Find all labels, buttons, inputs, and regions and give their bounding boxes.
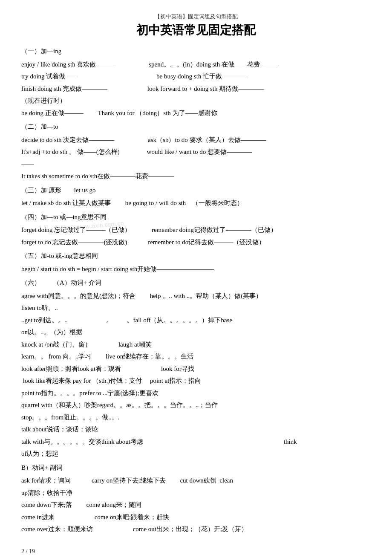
line: come in进来 come on来吧;跟着来；赶快 bbox=[21, 511, 371, 523]
page-subtitle: 【初中英语】固定词组及句型搭配 bbox=[21, 13, 371, 20]
section5-header: （五）加-to 或-ing意思相同 bbox=[21, 250, 371, 262]
line: ..get to到达。。.. 。 。fall off（从。。。。。。）掉下bas… bbox=[21, 314, 371, 327]
line: knock at /on敲（门、窗） laugh at嘲笑 bbox=[21, 338, 371, 351]
line: look after照顾；照看look at看；观看 look for寻找 bbox=[21, 363, 371, 375]
line: forget doing 忘记做过了———（已做） remember doing… bbox=[21, 224, 371, 236]
line: ask for请求；询问 carry on坚持下去;继续下去 cut down砍… bbox=[21, 474, 371, 487]
section4-header: （四）加—to 或—ing意思不同 bbox=[21, 211, 371, 223]
section2-header: （二）加—to bbox=[21, 121, 371, 133]
line: forget to do 忘记去做————(还没做) remember to d… bbox=[21, 236, 371, 249]
line: look like看起来像 pay for （sth.)付钱；支付 point … bbox=[21, 375, 371, 387]
line: finish doing sth 完成做———— look forward to… bbox=[21, 83, 371, 95]
line: of认为；想起 bbox=[21, 448, 371, 460]
line: （现在进行时） bbox=[21, 95, 371, 107]
main-content: （一）加—ing enjoy / like doing sth 喜欢做——— s… bbox=[21, 45, 371, 535]
line: begin / start to do sth = begin / start … bbox=[21, 263, 371, 275]
line: agree with同意。。。的意见(想法)；符合 help 。.. with … bbox=[21, 290, 371, 302]
line: on以。..。（为）根据 bbox=[21, 326, 371, 338]
line: listen to听。.. bbox=[21, 302, 371, 314]
line: quarrel with（和某人）吵架regard。。as。。把。。。当作。。.… bbox=[21, 399, 371, 411]
section6-header: （六） （A）动词+ 介词 bbox=[21, 277, 371, 289]
section3-header: （三）加 原形 let us go bbox=[21, 184, 371, 197]
line: come over过来；顺便来访 come out出来；出现；（花）开;发（芽） bbox=[21, 523, 371, 535]
line: It takes sb sometime to do sth在做————花费——… bbox=[21, 170, 371, 182]
page-title: 初中英语常见固定搭配 bbox=[21, 22, 371, 38]
line: come down下来;落 come along来；随同 bbox=[21, 499, 371, 511]
line: It's+adj +to do sth 。 做——(怎么样) would lik… bbox=[21, 146, 371, 158]
line: enjoy / like doing sth 喜欢做——— spend。。。(i… bbox=[21, 58, 371, 71]
section7-header: B）动词+ 副词 bbox=[21, 462, 371, 474]
line: point to指向。。。。prefer to ...宁愿(选择);更喜欢 bbox=[21, 387, 371, 399]
line: talk with与。。。。。。交谈think about考虑 think bbox=[21, 436, 371, 448]
line: talk about说话；谈话；谈论 bbox=[21, 423, 371, 436]
line: decide to do sth 决定去做———— ask（sb）to do 要… bbox=[21, 134, 371, 146]
line: —— bbox=[21, 158, 371, 171]
line: try doing 试着做—— be busy doing sth 忙于做———… bbox=[21, 70, 371, 83]
line: be doing 正在做——— Thank you for （doing）sth… bbox=[21, 107, 371, 119]
line: up清除；收拾干净 bbox=[21, 487, 371, 499]
line: let / make sb do sth 让某人做某事 be going to … bbox=[21, 197, 371, 209]
line: stop。。。from阻止。。。。做..。. bbox=[21, 411, 371, 424]
page-number: 2 / 19 bbox=[21, 548, 371, 555]
line: learn。。 from 向。..学习 live on继续存在；靠。。。生活 bbox=[21, 350, 371, 363]
section1-header: （一）加—ing bbox=[21, 45, 371, 58]
